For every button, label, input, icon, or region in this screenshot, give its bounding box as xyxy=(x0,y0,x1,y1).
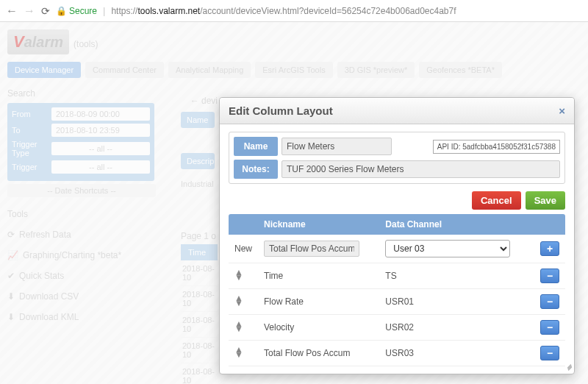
drag-handle-icon[interactable]: ▲▼ xyxy=(234,296,243,306)
drag-handle-icon[interactable]: ▲▼ xyxy=(234,321,243,332)
nickname-cell: Total Flow Pos Accum xyxy=(258,341,379,366)
col-header-nickname: Nickname xyxy=(258,214,379,235)
notes-input[interactable] xyxy=(282,160,560,178)
browser-bar: ← → ⟳ 🔒 Secure | https://tools.valarm.ne… xyxy=(0,0,588,22)
columns-table: Nickname Data Channel New User 03 + ▲▼ T… xyxy=(229,214,565,366)
table-row: ▲▼ Flow Rate USR01 − xyxy=(229,289,565,315)
drag-handle-icon[interactable]: ▲▼ xyxy=(234,347,243,358)
cancel-button[interactable]: Cancel xyxy=(472,191,521,210)
notes-label: Notes: xyxy=(234,160,278,179)
lock-icon: 🔒 xyxy=(56,6,67,16)
name-input[interactable] xyxy=(282,138,392,155)
channel-cell: TS xyxy=(379,263,534,289)
remove-button[interactable]: − xyxy=(540,294,559,309)
api-id-box: API ID: 5adfcbba4158052f31c57388 xyxy=(433,140,560,154)
name-label: Name xyxy=(234,137,278,156)
new-nickname-input[interactable] xyxy=(264,241,359,257)
nickname-cell: Time xyxy=(258,263,379,289)
table-row: ▲▼ Velocity USR02 − xyxy=(229,315,565,341)
secure-indicator: 🔒 Secure xyxy=(56,6,97,16)
new-channel-select[interactable]: User 03 xyxy=(385,240,510,257)
channel-cell: USR01 xyxy=(379,289,534,315)
channel-cell: USR02 xyxy=(379,315,534,341)
modal-title: Edit Column Layout xyxy=(229,104,333,117)
reload-button[interactable]: ⟳ xyxy=(41,5,50,17)
remove-button[interactable]: − xyxy=(540,269,559,283)
forward-button[interactable]: → xyxy=(24,4,35,18)
modal-header: Edit Column Layout × xyxy=(220,98,574,124)
nickname-cell: Flow Rate xyxy=(258,289,379,315)
modal-body: Name API ID: 5adfcbba4158052f31c57388 No… xyxy=(220,124,574,374)
info-box: Name API ID: 5adfcbba4158052f31c57388 No… xyxy=(229,132,565,184)
remove-button[interactable]: − xyxy=(540,346,559,360)
col-header-handle xyxy=(229,214,258,235)
button-row: Cancel Save xyxy=(229,191,565,210)
drag-handle-icon[interactable]: ▲▼ xyxy=(234,270,243,280)
add-button[interactable]: + xyxy=(540,241,559,256)
col-header-action xyxy=(534,214,565,235)
close-icon[interactable]: × xyxy=(559,104,565,117)
col-header-channel: Data Channel xyxy=(379,214,534,235)
nickname-cell: Velocity xyxy=(258,315,379,341)
secure-text: Secure xyxy=(69,6,97,16)
url-bar[interactable]: https://tools.valarm.net/account/deviceV… xyxy=(111,6,582,16)
edit-column-modal: Edit Column Layout × Name API ID: 5adfcb… xyxy=(219,97,575,374)
remove-button[interactable]: − xyxy=(540,320,559,335)
table-row: ▲▼ Total Flow Pos Accum USR03 − xyxy=(229,341,565,366)
save-button[interactable]: Save xyxy=(526,191,565,210)
table-row-new: New User 03 + xyxy=(229,235,565,263)
new-label: New xyxy=(229,235,258,263)
back-button[interactable]: ← xyxy=(6,4,18,18)
channel-cell: USR03 xyxy=(379,341,534,366)
table-row: ▲▼ Time TS − xyxy=(229,263,565,289)
